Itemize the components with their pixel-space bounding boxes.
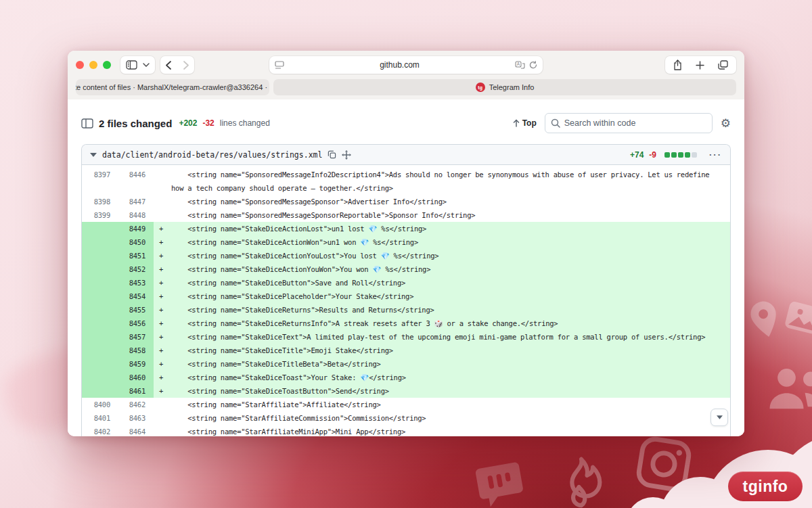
scroll-to-top-button[interactable]: Top [513,118,537,128]
new-line-number[interactable]: 8450 [116,235,154,249]
old-line-number[interactable] [82,330,116,344]
diff-row: 8452+ <string name="StakeDiceActionYouWo… [82,262,730,276]
search-input[interactable] [564,118,706,128]
collapse-sidebar-icon[interactable] [81,118,93,129]
old-line-number[interactable] [82,371,116,384]
jump-down-button[interactable] [710,409,728,426]
total-deletions: -32 [202,118,214,128]
drag-handle-icon[interactable] [342,150,351,160]
code-line: <string name="StakeDicePlaceholder">Your… [168,290,730,303]
new-line-number[interactable]: 8454 [116,290,154,303]
diff-row: 84028464 <string name="StarAffiliateMini… [82,425,730,436]
diff-row: 8457+ <string name="StakeDiceText">A lim… [82,330,730,344]
new-line-number[interactable]: 8456 [116,317,154,330]
zoom-window-button[interactable] [103,61,111,69]
diff-marker: + [154,290,168,303]
close-window-button[interactable] [76,61,84,69]
new-line-number[interactable]: 8451 [116,249,154,262]
files-changed-title: 2 files changed [99,118,172,129]
diffstat-block [692,152,697,158]
diff-marker: + [154,344,168,357]
new-line-number[interactable]: 8455 [116,303,154,317]
old-line-number[interactable] [82,357,116,371]
reader-icon[interactable] [275,61,284,69]
old-line-number[interactable]: 8400 [82,398,116,411]
file-diff-card: data/client/android-beta/res/values/stri… [81,144,731,436]
new-tab-button[interactable] [696,61,704,70]
code-line: <string name="StakeDiceActionYouWon">You… [168,262,730,276]
new-line-number[interactable]: 8452 [116,262,154,276]
reload-icon[interactable] [529,61,537,69]
people-icon [761,355,812,423]
old-line-number[interactable] [82,249,116,262]
new-line-number[interactable]: 8446 [116,168,154,195]
diff-row: 8460+ <string name="StakeDiceToast">Your… [82,371,730,384]
code-line: <string name="StakeDiceToast">Your Stake… [168,371,730,384]
diff-summary-bar: 2 files changed +202 -32 lines changed T… [68,99,744,144]
diff-row: 8455+ <string name="StakeDiceReturns">Re… [82,303,730,317]
minimize-window-button[interactable] [89,61,97,69]
diff-row: 8461+ <string name="StakeDiceToastButton… [82,384,730,398]
diff-row: 84008462 <string name="StarAffiliate">Af… [82,398,730,411]
tginfo-label: tginfo [743,478,788,496]
diff-marker [154,195,168,208]
diff-marker: + [154,249,168,262]
old-line-number[interactable] [82,303,116,317]
lines-changed-label: lines changed [220,118,270,128]
new-line-number[interactable]: 8459 [116,357,154,371]
code-search-box[interactable] [545,113,713,133]
old-line-number[interactable]: 8401 [82,411,116,425]
old-line-number[interactable] [82,276,116,290]
copy-path-icon[interactable] [328,150,336,159]
sidebar-toggle-button[interactable] [126,60,137,70]
share-icon[interactable] [673,60,682,70]
back-button[interactable] [166,61,171,70]
tab-github[interactable]: Update content of files · MarshalX/teleg… [76,79,269,95]
code-line: <string name="StakeDiceActionYouLost">Yo… [168,249,730,262]
diff-marker [154,208,168,222]
new-line-number[interactable]: 8458 [116,344,154,357]
chevron-down-icon[interactable] [143,63,150,67]
translate-icon[interactable]: A [515,61,525,69]
diff-marker [154,398,168,411]
forward-button[interactable] [183,61,189,70]
code-line: <string name="StakeDiceActionWon">un1 wo… [168,235,730,249]
new-line-number[interactable]: 8462 [116,398,154,411]
new-line-number[interactable]: 8447 [116,195,154,208]
old-line-number[interactable]: 8397 [82,168,116,195]
tg-favicon: tg [476,83,485,92]
file-options-button[interactable]: ··· [709,149,722,160]
diff-marker: + [154,330,168,344]
tab-overview-button[interactable] [718,60,728,70]
old-line-number[interactable] [82,222,116,235]
new-line-number[interactable]: 8464 [116,425,154,436]
old-line-number[interactable]: 8402 [82,425,116,436]
collapse-file-chevron-icon[interactable] [90,153,97,157]
new-line-number[interactable]: 8448 [116,208,154,222]
code-line: <string name="StarAffiliateCommission">C… [168,411,730,425]
new-line-number[interactable]: 8453 [116,276,154,290]
new-line-number[interactable]: 8463 [116,411,154,425]
address-bar[interactable]: github.com A [269,56,543,74]
location-pin-icon [738,293,791,346]
top-label: Top [522,118,537,128]
github-page: 2 files changed +202 -32 lines changed T… [68,99,744,436]
new-line-number[interactable]: 8457 [116,330,154,344]
new-line-number[interactable]: 8460 [116,371,154,384]
diff-marker [154,168,168,195]
tab-telegram-info[interactable]: tg Telegram Info [273,79,736,95]
gear-icon[interactable]: ⚙ [721,118,731,129]
old-line-number[interactable]: 8398 [82,195,116,208]
old-line-number[interactable] [82,290,116,303]
old-line-number[interactable] [82,235,116,249]
file-path[interactable]: data/client/android-beta/res/values/stri… [102,150,322,160]
browser-toolbar: github.com A [68,51,744,79]
new-line-number[interactable]: 8461 [116,384,154,398]
old-line-number[interactable]: 8399 [82,208,116,222]
old-line-number[interactable] [82,344,116,357]
diff-row: 8459+ <string name="StakeDiceTitleBeta">… [82,357,730,371]
old-line-number[interactable] [82,384,116,398]
old-line-number[interactable] [82,317,116,330]
old-line-number[interactable] [82,262,116,276]
new-line-number[interactable]: 8449 [116,222,154,235]
